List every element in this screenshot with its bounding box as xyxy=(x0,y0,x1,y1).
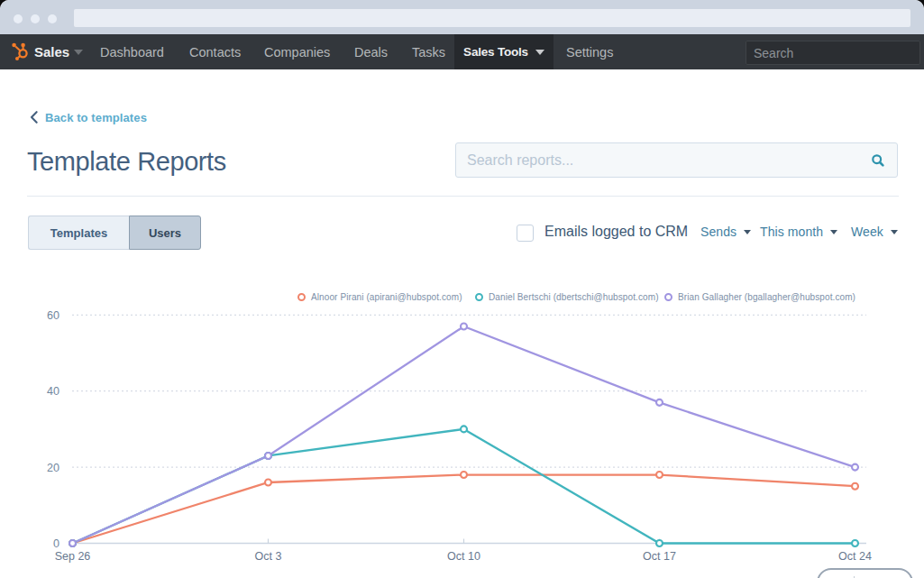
window-control-dot[interactable] xyxy=(48,14,57,23)
chart-point xyxy=(656,399,663,406)
chart-x-tick-label: Oct 24 xyxy=(838,550,872,563)
chart-point xyxy=(461,472,467,478)
chart-y-tick-label: 0 xyxy=(53,537,59,550)
chart-series-line xyxy=(73,326,855,544)
chevron-down-icon xyxy=(891,230,898,234)
chart-point xyxy=(265,479,271,485)
emails-logged-checkbox[interactable] xyxy=(517,225,534,242)
chart-point xyxy=(461,323,467,329)
legend-marker-icon xyxy=(475,293,483,301)
chart-point xyxy=(656,472,663,478)
legend-item: Brian Gallagher (bgallagher@hubspot.com) xyxy=(664,291,855,302)
legend-item: Daniel Bertschi (dbertschi@hubspot.com) xyxy=(475,291,659,302)
chart-point xyxy=(265,453,271,459)
chart-x-tick-label: Oct 17 xyxy=(643,550,676,563)
window-control-dot[interactable] xyxy=(14,14,23,23)
browser-window: Sales Dashboard Contacts Companies Deals… xyxy=(0,0,924,578)
chart-series-line xyxy=(73,429,855,544)
browser-chrome-bar xyxy=(0,0,924,34)
legend-label: Brian Gallagher (bgallagher@hubspot.com) xyxy=(678,292,855,302)
filter-date-range[interactable]: This month xyxy=(760,225,837,239)
back-link[interactable]: Back to templates xyxy=(30,110,147,124)
window-control-dot[interactable] xyxy=(31,14,40,23)
product-menu[interactable]: Sales xyxy=(34,34,83,69)
chart-y-tick-label: 60 xyxy=(47,309,59,322)
tab-templates[interactable]: Templates xyxy=(28,216,129,250)
nav-item-contacts[interactable]: Contacts xyxy=(189,34,241,69)
sales-tools-label: Sales Tools xyxy=(463,45,528,59)
tab-users[interactable]: Users xyxy=(129,216,201,250)
legend-label: Alnoor Pirani (apirani@hubspot.com) xyxy=(311,292,462,302)
nav-item-settings[interactable]: Settings xyxy=(566,34,613,69)
chart-x-tick-label: Oct 3 xyxy=(255,550,282,563)
chart-y-tick-label: 20 xyxy=(47,462,59,474)
section-divider xyxy=(27,196,899,197)
chart-point xyxy=(265,453,271,459)
chart-point xyxy=(69,540,76,546)
chevron-down-icon xyxy=(74,50,83,55)
chart-nav-pill[interactable] xyxy=(817,568,913,578)
chart-point xyxy=(69,540,76,546)
nav-item-dashboard[interactable]: Dashboard xyxy=(100,34,164,69)
chart-point xyxy=(852,483,858,490)
legend-marker-icon xyxy=(664,293,672,301)
chart-y-tick-label: 40 xyxy=(47,385,59,398)
product-name: Sales xyxy=(34,44,69,60)
chart-x-tick-label: Oct 10 xyxy=(447,550,480,563)
chart-point xyxy=(69,540,76,546)
line-chart: 0204060Sep 26Oct 3Oct 10Oct 17Oct 24 xyxy=(0,0,924,578)
nav-item-tasks[interactable]: Tasks xyxy=(412,34,445,69)
view-toggle: Templates Users xyxy=(28,216,201,250)
page-title: Template Reports xyxy=(27,147,226,177)
back-link-label: Back to templates xyxy=(45,111,147,124)
chevron-down-icon xyxy=(744,230,751,234)
nav-item-deals[interactable]: Deals xyxy=(354,34,388,69)
top-nav: Sales Dashboard Contacts Companies Deals… xyxy=(0,34,924,69)
report-search-input[interactable] xyxy=(455,142,898,178)
legend-marker-icon xyxy=(297,293,306,301)
chart-x-tick-label: Sep 26 xyxy=(55,550,91,563)
filter-date-range-label: This month xyxy=(760,225,823,239)
chart-point xyxy=(656,540,663,546)
legend-item: Alnoor Pirani (apirani@hubspot.com) xyxy=(297,291,462,302)
chart-point xyxy=(461,426,467,432)
chart-point xyxy=(852,464,858,471)
filter-frequency[interactable]: Week xyxy=(851,225,898,239)
legend-label: Daniel Bertschi (dbertschi@hubspot.com) xyxy=(489,292,659,302)
chart-point xyxy=(852,540,858,546)
chevron-down-icon xyxy=(830,230,837,234)
filter-sends[interactable]: Sends xyxy=(700,225,751,239)
chart-series-line xyxy=(73,475,855,544)
emails-logged-label: Emails logged to CRM xyxy=(544,224,688,240)
address-bar[interactable] xyxy=(74,9,910,27)
chevron-left-icon xyxy=(30,111,38,124)
nav-search-input[interactable] xyxy=(746,41,920,65)
filter-frequency-label: Week xyxy=(851,225,883,239)
filter-sends-label: Sends xyxy=(700,225,736,239)
search-icon[interactable] xyxy=(871,153,885,168)
nav-item-companies[interactable]: Companies xyxy=(264,34,330,69)
chevron-down-icon xyxy=(535,50,544,55)
nav-item-sales-tools[interactable]: Sales Tools xyxy=(454,34,553,69)
